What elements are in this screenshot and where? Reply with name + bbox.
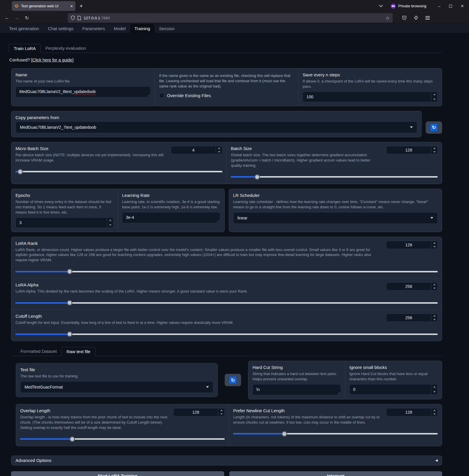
name-input[interactable]: MedGuac70BLlamaV2_8text_updatedoob [16,86,151,97]
epochs-stepper[interactable] [107,218,113,228]
newline-cut-slider[interactable] [233,431,438,437]
slider-thumb[interactable] [70,436,75,442]
overlap-slider[interactable] [20,436,225,442]
epochs-input[interactable]: 3 [16,217,114,228]
resize-handle-icon[interactable] [147,94,150,97]
maximize-button[interactable] [449,5,452,8]
stepper-up-icon[interactable] [216,146,222,150]
refresh-loras-button[interactable]: ↻ [426,121,442,134]
tab-parameters[interactable]: Parameters [78,24,109,33]
slider-thumb[interactable] [17,169,23,174]
slider-thumb[interactable] [67,300,72,306]
reload-button[interactable]: ↻ [23,15,31,21]
hard-cut-input[interactable]: \n [252,384,341,395]
stepper-down-icon[interactable] [431,150,437,154]
scheduler-dropdown[interactable]: linear [233,212,438,224]
stepper-up-icon[interactable] [431,408,437,412]
micro-batch-input[interactable]: 4 [171,146,222,154]
micro-batch-stepper[interactable] [216,146,222,154]
stepper-down-icon[interactable] [431,318,437,322]
page-info-icon[interactable] [78,16,81,20]
refresh-text-files-button[interactable]: ↻ [225,374,241,386]
forward-button[interactable]: → [13,15,21,20]
extensions-puzzle-icon[interactable] [414,16,418,20]
stepper-up-icon[interactable] [431,283,437,286]
override-checkbox[interactable] [159,93,164,98]
cutoff-length-slider[interactable] [16,331,438,337]
lora-alpha-stepper[interactable] [431,283,437,290]
tab-close-icon[interactable]: × [70,4,73,8]
stepper-up-icon[interactable] [107,218,113,223]
stepper-up-icon[interactable] [431,92,437,97]
bookmark-star-icon[interactable]: ☆ [386,15,390,21]
start-lora-training-button[interactable]: Start LoRA Training [11,471,224,476]
slider-thumb[interactable] [255,174,260,180]
close-window-button[interactable]: × [461,3,464,9]
tab-session[interactable]: Session [154,24,179,33]
lora-rank-input[interactable]: 128 [386,241,438,249]
stepper-up-icon[interactable] [431,146,437,150]
url-bar[interactable]: 127.0.0.1:7860 ☆ [68,13,393,23]
ignore-small-input[interactable]: 0 [349,384,438,395]
slider-thumb[interactable] [281,431,287,437]
overlap-stepper[interactable] [218,408,224,416]
new-tab-button[interactable]: + [80,3,83,9]
advanced-options-accordion[interactable]: Advanced Options ◀ [11,456,442,465]
resize-handle-icon[interactable] [337,391,340,394]
slider-thumb[interactable] [67,269,72,274]
minimize-button[interactable]: – [438,4,440,8]
newline-cut-input[interactable]: 128 [386,408,438,416]
overlap-input[interactable]: 128 [173,408,225,416]
stepper-down-icon[interactable] [216,150,222,154]
tab-train-lora[interactable]: Train LoRA [9,44,41,53]
menu-hamburger-icon[interactable] [425,15,430,20]
guide-link[interactable]: [Click here for a guide] [31,58,73,62]
stepper-down-icon[interactable] [218,412,224,416]
lora-rank-slider[interactable] [16,269,438,274]
url-text[interactable]: 127.0.0.1:7860 [84,16,383,20]
tab-model[interactable]: Model [109,24,130,33]
epochs-scheduler-row: Epochs Number of times every entry in th… [11,189,442,232]
cutoff-length-input[interactable]: 256 [386,314,438,322]
browser-tab[interactable]: Text generation web UI × [12,1,75,11]
lora-rank-stepper[interactable] [431,241,437,249]
save-steps-stepper[interactable] [431,92,437,102]
stepper-down-icon[interactable] [431,286,437,290]
tab-training[interactable]: Training [130,24,155,33]
stepper-down-icon[interactable] [431,97,437,102]
lora-alpha-slider[interactable] [16,300,438,306]
copy-params-dropdown[interactable]: MedGuac70BLlamaV2_7text_updatedoob [16,121,417,133]
lora-alpha-input[interactable]: 256 [386,282,438,291]
micro-batch-slider[interactable] [16,169,222,175]
tab-perplexity-evaluation[interactable]: Perplexity evaluation [41,44,90,53]
tab-raw-text-file[interactable]: Raw text file [61,347,95,356]
stepper-down-icon[interactable] [431,412,437,416]
newline-cut-stepper[interactable] [431,408,437,416]
text-file-dropdown[interactable]: MedTextGuacFormat [20,381,213,393]
ignore-small-stepper[interactable] [431,384,437,394]
slider-thumb[interactable] [67,331,72,337]
stepper-up-icon[interactable] [431,384,437,389]
pocket-icon[interactable] [402,16,407,20]
stepper-up-icon[interactable] [218,408,224,412]
stepper-up-icon[interactable] [431,314,437,318]
back-button[interactable]: ← [3,15,11,20]
stepper-down-icon[interactable] [107,223,113,228]
batch-slider[interactable] [231,174,438,180]
override-checkbox-row[interactable]: Override Existing Files [159,93,294,98]
batch-stepper[interactable] [431,146,437,154]
stepper-up-icon[interactable] [431,241,437,245]
stepper-down-icon[interactable] [431,389,437,394]
tab-chat-settings[interactable]: Chat settings [44,24,78,33]
interrupt-button[interactable]: Interrupt [229,471,442,476]
tab-formatted-dataset[interactable]: Formatted Dataset [16,347,61,356]
list-all-tabs-icon[interactable] [379,5,383,7]
resize-handle-icon[interactable] [217,219,219,222]
learning-rate-input[interactable]: 3e-4 [122,212,220,223]
stepper-down-icon[interactable] [431,245,437,249]
tab-text-generation[interactable]: Text generation [5,24,44,33]
cutoff-length-stepper[interactable] [431,314,437,322]
batch-input[interactable]: 128 [386,146,438,154]
save-steps-input[interactable]: 100 [303,92,438,102]
shield-icon[interactable] [71,16,75,20]
